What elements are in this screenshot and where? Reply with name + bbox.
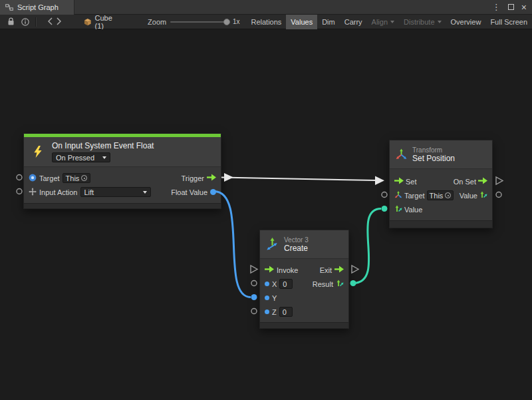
graph-asset-icon <box>5 3 13 11</box>
on-set-port-label: On Set <box>454 178 476 186</box>
port-x-in[interactable] <box>251 281 257 286</box>
values-button[interactable]: Values <box>286 15 317 29</box>
node-title: Create <box>284 244 309 253</box>
target-port-label: Target <box>39 174 60 182</box>
full-screen-button[interactable]: Full Screen <box>485 15 532 29</box>
node-type-label: Vector 3 <box>284 236 309 244</box>
vector3-mini-icon[interactable] <box>479 191 487 200</box>
z-value-field[interactable]: 0 <box>279 307 293 317</box>
control-wire-start-arrow <box>224 173 233 182</box>
node-title: Set Position <box>412 154 455 163</box>
zoom-label: Zoom <box>148 18 166 26</box>
port-transform-target-in[interactable] <box>382 192 387 198</box>
align-button[interactable]: Align <box>367 15 399 29</box>
zoom-slider-handle[interactable] <box>223 19 230 25</box>
input-action-icon <box>29 188 37 197</box>
port-row-target: Target This Trigger <box>24 171 221 185</box>
port-row-x-result: X 0 Result <box>260 277 348 291</box>
node-transform-set-position[interactable]: Transform Set Position Set On Set Target… <box>389 140 493 228</box>
value-input-port-label: Value <box>404 206 422 214</box>
x-port-label: X <box>272 280 277 288</box>
graph-canvas[interactable]: On Input System Event Float On Pressed T… <box>0 29 532 400</box>
port-row-set-onset: Set On Set <box>390 174 492 188</box>
x-value-field[interactable]: 0 <box>279 279 293 289</box>
input-action-dropdown[interactable]: Lift <box>80 187 151 197</box>
control-wire-end-arrow <box>375 176 384 186</box>
vector3-mini-icon[interactable] <box>394 205 402 214</box>
port-result-out-connected[interactable] <box>350 280 356 286</box>
tab-script-graph[interactable]: Script Graph <box>0 0 74 15</box>
x-port-dot[interactable] <box>265 282 269 286</box>
control-output-arrow-icon[interactable] <box>334 266 344 274</box>
carry-button[interactable]: Carry <box>340 15 367 29</box>
graph-toolbar: Cube (1) Zoom 1x Relations Values Dim Ca… <box>0 15 532 29</box>
dim-button[interactable]: Dim <box>317 15 340 29</box>
target-object-field[interactable]: This <box>63 173 91 183</box>
caret-down-icon <box>438 21 442 23</box>
result-port-label: Result <box>313 280 333 288</box>
info-icon[interactable] <box>18 15 32 29</box>
nav-back-icon[interactable] <box>48 17 53 27</box>
control-output-arrow-icon[interactable] <box>207 174 216 182</box>
distribute-button[interactable]: Distribute <box>399 15 446 29</box>
exit-port-label: Exit <box>320 266 332 274</box>
window-menu-icon[interactable]: ⋮ <box>492 3 501 11</box>
node-on-input-system-event-float[interactable]: On Input System Event Float On Pressed T… <box>23 133 221 209</box>
control-wire <box>221 178 376 181</box>
transform-mini-icon <box>394 191 402 200</box>
zoom-slider-track[interactable] <box>170 21 229 23</box>
port-row-value-input: Value <box>390 202 492 216</box>
port-row-y: Y <box>260 291 348 305</box>
value-output-port-label: Value <box>460 192 477 200</box>
target-object-field[interactable]: This <box>427 190 454 200</box>
overview-button[interactable]: Overview <box>446 15 486 29</box>
caret-down-icon <box>102 156 106 159</box>
control-input-arrow-icon[interactable] <box>265 266 274 274</box>
vector3-mini-icon[interactable] <box>336 280 344 289</box>
nav-forward-icon[interactable] <box>57 17 61 27</box>
event-mode-dropdown[interactable]: On Pressed <box>52 152 110 162</box>
port-event-target-in[interactable] <box>17 175 22 180</box>
object-picker-icon <box>81 175 87 181</box>
object-picker-icon <box>445 192 451 198</box>
titlebar: Script Graph ⋮ × <box>0 0 532 15</box>
port-exit-out[interactable] <box>352 266 358 273</box>
input-action-port-label: Input Action <box>39 188 78 196</box>
y-port-dot[interactable] <box>265 296 269 300</box>
node-type-label: Transform <box>412 146 455 154</box>
zoom-value: 1x <box>233 18 240 25</box>
port-value-out[interactable] <box>496 192 501 198</box>
node-footer <box>260 322 348 328</box>
event-mode-value: On Pressed <box>56 154 94 162</box>
float-value-port-label: Float Value <box>171 188 207 196</box>
close-icon[interactable]: × <box>521 3 527 12</box>
graph-target-breadcrumb[interactable]: Cube (1) <box>84 14 122 30</box>
z-port-dot[interactable] <box>265 309 269 314</box>
node-footer <box>24 203 221 208</box>
control-output-arrow-icon[interactable] <box>478 177 487 186</box>
float-value-port-dot[interactable] <box>210 189 216 195</box>
node-title: On Input System Event Float <box>52 141 154 150</box>
invoke-port-label: Invoke <box>277 266 298 274</box>
node-footer <box>390 220 492 228</box>
port-on-set-out[interactable] <box>496 177 503 184</box>
port-row-z: Z 0 <box>260 305 348 319</box>
port-y-in-connected[interactable] <box>251 294 257 300</box>
maximize-icon[interactable] <box>508 4 514 10</box>
port-invoke-in[interactable] <box>251 266 257 273</box>
port-value-in-connected[interactable] <box>382 206 388 212</box>
port-event-action-in[interactable] <box>17 189 22 194</box>
lock-icon[interactable] <box>4 15 18 29</box>
z-port-label: Z <box>272 308 277 316</box>
lightning-icon <box>24 137 52 166</box>
control-input-arrow-icon[interactable] <box>394 177 404 186</box>
graph-target-label: Cube (1) <box>95 14 123 30</box>
node-vector3-create[interactable]: Vector 3 Create Invoke Exit X 0 Res <box>259 230 349 329</box>
cube-icon <box>84 18 92 26</box>
target-port-label: Target <box>404 192 425 200</box>
relations-button[interactable]: Relations <box>246 15 286 29</box>
port-z-in[interactable] <box>251 309 257 314</box>
tab-label: Script Graph <box>17 3 59 11</box>
port-row-invoke-exit: Invoke Exit <box>260 263 348 277</box>
zoom-slider[interactable] <box>170 18 229 26</box>
